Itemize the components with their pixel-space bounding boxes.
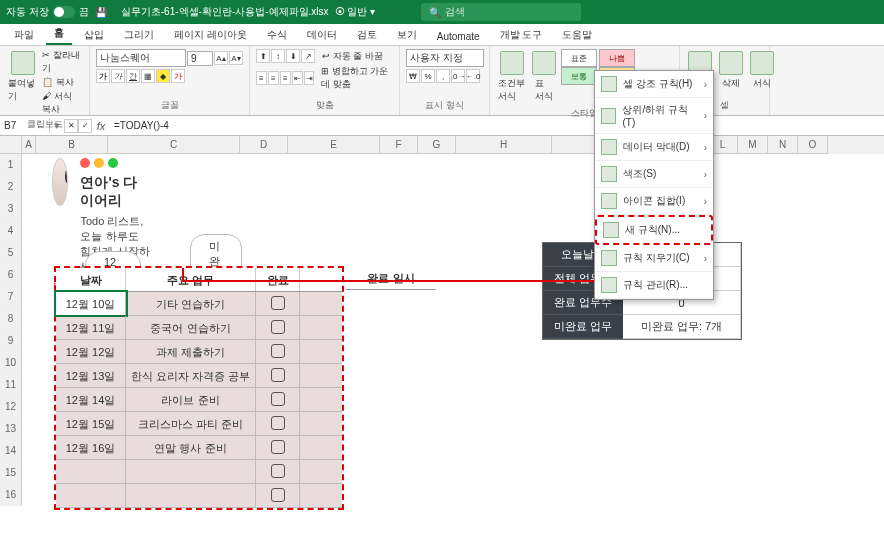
- align-bottom-button[interactable]: ⬇: [286, 49, 300, 63]
- cell-done[interactable]: [256, 364, 300, 387]
- table-row[interactable]: 12월 14일라이브 준비: [56, 388, 342, 412]
- tab-데이터[interactable]: 데이터: [299, 25, 345, 45]
- cell-task[interactable]: 연말 행사 준비: [126, 436, 256, 459]
- checkbox-icon[interactable]: [271, 344, 285, 358]
- table-row[interactable]: [56, 484, 342, 508]
- style-bad[interactable]: 나쁨: [599, 49, 635, 67]
- cell-task[interactable]: 기타 연습하기: [126, 292, 256, 315]
- italic-button[interactable]: 가: [111, 69, 125, 83]
- row-head-10[interactable]: 10: [0, 352, 22, 374]
- tab-파일[interactable]: 파일: [6, 25, 42, 45]
- checkbox-icon[interactable]: [271, 392, 285, 406]
- row-head-16[interactable]: 16: [0, 484, 22, 506]
- align-left-button[interactable]: ≡: [256, 71, 267, 85]
- cf-menu-item[interactable]: 새 규칙(N)...: [595, 215, 713, 245]
- checkbox-icon[interactable]: [271, 296, 285, 310]
- formula-input[interactable]: =TODAY()-4: [110, 118, 884, 133]
- decrease-font-button[interactable]: A▾: [229, 51, 243, 65]
- col-head-M[interactable]: M: [738, 136, 768, 154]
- style-good[interactable]: 보통: [561, 67, 597, 85]
- checkbox-icon[interactable]: [271, 440, 285, 454]
- row-head-3[interactable]: 3: [0, 198, 22, 220]
- delete-cells-button[interactable]: 삭제: [717, 49, 745, 92]
- search-box[interactable]: 🔍 검색: [421, 3, 581, 21]
- autosave-toggle[interactable]: 자동 저장 끔: [6, 5, 89, 19]
- col-head-D[interactable]: D: [240, 136, 288, 154]
- cut-button[interactable]: ✂ 잘라내기: [42, 49, 83, 75]
- cell-task[interactable]: 한식 요리자 자격증 공부: [126, 364, 256, 387]
- row-head-8[interactable]: 8: [0, 308, 22, 330]
- font-size-select[interactable]: 9: [187, 51, 213, 66]
- cf-menu-item[interactable]: 규칙 관리(R)...: [595, 272, 713, 299]
- align-middle-button[interactable]: ↕: [271, 49, 285, 63]
- underline-button[interactable]: 간: [126, 69, 140, 83]
- cell-task[interactable]: [126, 460, 256, 483]
- spreadsheet-grid[interactable]: ABCDEFGHIJKLMNO 12345678910111213141516 …: [0, 136, 884, 154]
- fx-button[interactable]: fx: [92, 120, 110, 132]
- currency-button[interactable]: ₩: [406, 69, 420, 83]
- align-top-button[interactable]: ⬆: [256, 49, 270, 63]
- tab-검토[interactable]: 검토: [349, 25, 385, 45]
- cell-date[interactable]: 12월 11일: [56, 316, 126, 339]
- cf-menu-item[interactable]: 규칙 지우기(C)›: [595, 245, 713, 272]
- font-name-select[interactable]: 나눔스퀘어: [96, 49, 186, 67]
- indent-dec-button[interactable]: ⇤: [292, 71, 303, 85]
- format-as-table-button[interactable]: 표 서식: [530, 49, 558, 105]
- indent-inc-button[interactable]: ⇥: [304, 71, 315, 85]
- cell-done[interactable]: [256, 316, 300, 339]
- align-right-button[interactable]: ≡: [280, 71, 291, 85]
- row-head-5[interactable]: 5: [0, 242, 22, 264]
- col-head-A[interactable]: A: [22, 136, 36, 154]
- cell-task[interactable]: 라이브 준비: [126, 388, 256, 411]
- row-head-6[interactable]: 6: [0, 264, 22, 286]
- table-row[interactable]: 12월 13일한식 요리자 자격증 공부: [56, 364, 342, 388]
- col-head-H[interactable]: H: [456, 136, 552, 154]
- cell-done[interactable]: [256, 484, 300, 507]
- align-center-button[interactable]: ≡: [268, 71, 279, 85]
- fill-color-button[interactable]: ◆: [156, 69, 170, 83]
- cell-date[interactable]: 12월 13일: [56, 364, 126, 387]
- cell-done[interactable]: [256, 292, 300, 315]
- wrap-text-button[interactable]: ↩ 자동 줄 바꿈: [322, 50, 383, 63]
- format-cells-button[interactable]: 서식: [748, 49, 776, 92]
- row-head-4[interactable]: 4: [0, 220, 22, 242]
- cell-task[interactable]: 과제 제출하기: [126, 340, 256, 363]
- cf-menu-item[interactable]: 셀 강조 규칙(H)›: [595, 71, 713, 98]
- cf-menu-item[interactable]: 상위/하위 규칙(T)›: [595, 98, 713, 134]
- cell-date[interactable]: 12월 15일: [56, 412, 126, 435]
- row-head-14[interactable]: 14: [0, 440, 22, 462]
- row-head-9[interactable]: 9: [0, 330, 22, 352]
- cell-task[interactable]: 중국어 연습하기: [126, 316, 256, 339]
- col-head-B[interactable]: B: [36, 136, 108, 154]
- dec-dec-button[interactable]: ←.0: [466, 69, 480, 83]
- tab-홈[interactable]: 홈: [46, 23, 72, 45]
- cf-menu-item[interactable]: 아이콘 집합(I)›: [595, 188, 713, 215]
- dec-inc-button[interactable]: .0→: [451, 69, 465, 83]
- tab-수식[interactable]: 수식: [259, 25, 295, 45]
- tab-그리기[interactable]: 그리기: [116, 25, 162, 45]
- format-painter-button[interactable]: 🖌 서식 복사: [42, 90, 83, 116]
- col-head-G[interactable]: G: [418, 136, 456, 154]
- col-head-F[interactable]: F: [380, 136, 418, 154]
- paste-button[interactable]: 붙여넣기: [6, 49, 39, 105]
- increase-font-button[interactable]: A▴: [214, 51, 228, 65]
- row-head-11[interactable]: 11: [0, 374, 22, 396]
- cell-date[interactable]: [56, 460, 126, 483]
- orientation-button[interactable]: ↗: [301, 49, 315, 63]
- row-head-7[interactable]: 7: [0, 286, 22, 308]
- cell-date[interactable]: 12월 14일: [56, 388, 126, 411]
- checkbox-icon[interactable]: [271, 464, 285, 478]
- col-head-E[interactable]: E: [288, 136, 380, 154]
- conditional-format-button[interactable]: 조건부 서식: [496, 49, 527, 105]
- border-button[interactable]: ▦: [141, 69, 155, 83]
- row-head-1[interactable]: 1: [0, 154, 22, 176]
- table-row[interactable]: 12월 16일연말 행사 준비: [56, 436, 342, 460]
- table-row[interactable]: 12월 12일과제 제출하기: [56, 340, 342, 364]
- table-row[interactable]: 12월 15일크리스마스 파티 준비: [56, 412, 342, 436]
- tab-보기[interactable]: 보기: [389, 25, 425, 45]
- cell-done[interactable]: [256, 436, 300, 459]
- col-head-N[interactable]: N: [768, 136, 798, 154]
- cell-date[interactable]: [56, 484, 126, 507]
- comma-button[interactable]: ,: [436, 69, 450, 83]
- table-row[interactable]: 12월 11일중국어 연습하기: [56, 316, 342, 340]
